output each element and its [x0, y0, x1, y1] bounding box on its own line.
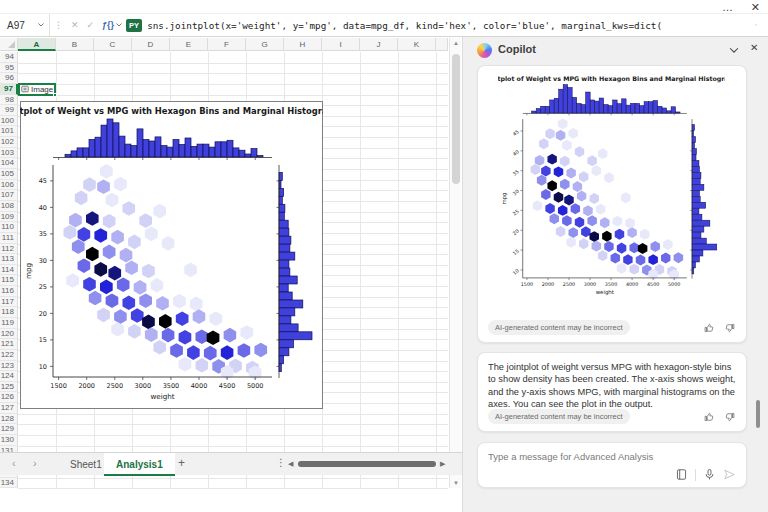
- thumbs-down-icon[interactable]: [724, 322, 736, 334]
- row-header-134[interactable]: 134: [0, 478, 18, 489]
- scroll-down-icon[interactable]: ▼: [450, 480, 462, 486]
- row-header-119[interactable]: 119: [0, 318, 18, 329]
- enter-icon[interactable]: ✓: [83, 20, 99, 30]
- vertical-scrollbar[interactable]: ▲ ▼: [449, 38, 461, 488]
- prev-sheet-icon[interactable]: ‹: [12, 457, 16, 469]
- column-header-E[interactable]: E: [170, 38, 208, 51]
- row-header-123[interactable]: 123: [0, 361, 18, 372]
- column-header-A[interactable]: A: [18, 38, 56, 51]
- grid-line: [18, 446, 448, 447]
- chevron-down-icon[interactable]: [115, 21, 123, 29]
- svg-text:25: 25: [39, 283, 47, 291]
- title-strip: … ✕: [0, 0, 768, 14]
- column-header-J[interactable]: J: [360, 38, 398, 51]
- sheet-tab-analysis1[interactable]: Analysis1: [104, 453, 175, 476]
- row-header-116[interactable]: 116: [0, 286, 18, 297]
- row-header-128[interactable]: 128: [0, 414, 18, 425]
- column-header-partial[interactable]: [436, 38, 448, 51]
- row-header-106[interactable]: 106: [0, 180, 18, 191]
- row-header-110[interactable]: 110: [0, 222, 18, 233]
- spreadsheet-grid[interactable]: ABCDEFGHIJK94959697989910010110210310410…: [0, 37, 462, 512]
- python-object-icon: [21, 85, 29, 93]
- row-header-101[interactable]: 101: [0, 126, 18, 137]
- column-header-H[interactable]: H: [284, 38, 322, 51]
- send-icon[interactable]: [723, 468, 736, 481]
- column-header-F[interactable]: F: [208, 38, 246, 51]
- column-header-C[interactable]: C: [94, 38, 132, 51]
- more-options-icon[interactable]: …: [722, 0, 734, 14]
- column-header-K[interactable]: K: [398, 38, 436, 51]
- jointplot-chart-image[interactable]: Jointplot of Weight vs MPG with Hexagon …: [20, 101, 323, 409]
- microphone-icon[interactable]: [703, 468, 716, 481]
- row-header-122[interactable]: 122: [0, 350, 18, 361]
- hscroll-right-icon[interactable]: ▶: [440, 460, 445, 468]
- row-header-118[interactable]: 118: [0, 307, 18, 318]
- svg-text:45: 45: [39, 177, 47, 185]
- row-header-117[interactable]: 117: [0, 297, 18, 308]
- formula-input[interactable]: sns.jointplot(x='weight', y='mpg', data=…: [147, 20, 744, 31]
- row-header-111[interactable]: 111: [0, 233, 18, 244]
- row-header-112[interactable]: 112: [0, 244, 18, 255]
- row-header-129[interactable]: 129: [0, 424, 18, 435]
- row-header-96[interactable]: 96: [0, 73, 18, 84]
- grid-line: [18, 478, 448, 479]
- row-header-109[interactable]: 109: [0, 212, 18, 223]
- row-header-100[interactable]: 100: [0, 116, 18, 127]
- window-close-icon[interactable]: ✕: [751, 0, 760, 14]
- vertical-scroll-thumb[interactable]: [452, 54, 460, 184]
- row-header-115[interactable]: 115: [0, 275, 18, 286]
- fill-handle[interactable]: [53, 93, 57, 97]
- thumbs-up-icon[interactable]: [703, 411, 715, 423]
- column-header-D[interactable]: D: [132, 38, 170, 51]
- row-header-105[interactable]: 105: [0, 169, 18, 180]
- row-header-108[interactable]: 108: [0, 201, 18, 212]
- row-header-103[interactable]: 103: [0, 148, 18, 159]
- svg-text:10: 10: [39, 363, 47, 371]
- row-header-124[interactable]: 124: [0, 371, 18, 382]
- svg-text:1500: 1500: [50, 382, 67, 390]
- chevron-down-icon: [37, 21, 45, 29]
- row-header-120[interactable]: 120: [0, 329, 18, 340]
- row-header-95[interactable]: 95: [0, 63, 18, 74]
- grid-line: [360, 52, 361, 488]
- select-all-corner[interactable]: [0, 38, 18, 51]
- copilot-message-input[interactable]: [478, 443, 746, 469]
- row-header-98[interactable]: 98: [0, 95, 18, 106]
- row-header-94[interactable]: 94: [0, 52, 18, 63]
- row-header-104[interactable]: 104: [0, 158, 18, 169]
- column-header-B[interactable]: B: [56, 38, 94, 51]
- name-box[interactable]: A97: [0, 14, 50, 36]
- horizontal-scroll-thumb[interactable]: [298, 461, 436, 467]
- row-header-113[interactable]: 113: [0, 254, 18, 265]
- column-header-I[interactable]: I: [322, 38, 360, 51]
- cancel-icon[interactable]: ✕: [67, 20, 83, 30]
- notebook-icon[interactable]: [675, 468, 688, 481]
- row-header-114[interactable]: 114: [0, 265, 18, 276]
- thumbs-down-icon[interactable]: [724, 411, 736, 423]
- thumbs-up-icon[interactable]: [703, 322, 715, 334]
- add-sheet-button[interactable]: +: [178, 456, 185, 470]
- row-header-102[interactable]: 102: [0, 137, 18, 148]
- copilot-scroll-thumb[interactable]: [756, 400, 760, 428]
- excel-window: … ✕ A97 ⋮ ✕ ✓ ƒ{} PY sns.jointplot(x='we…: [0, 0, 768, 512]
- row-header-99[interactable]: 99: [0, 105, 18, 116]
- row-header-125[interactable]: 125: [0, 382, 18, 393]
- tab-more-icon[interactable]: ⋮: [276, 457, 286, 468]
- next-sheet-icon[interactable]: ›: [33, 457, 37, 469]
- selected-cell-A97[interactable]: Image: [18, 83, 56, 96]
- python-function-icon[interactable]: ƒ{}: [98, 20, 115, 30]
- row-header-127[interactable]: 127: [0, 403, 18, 414]
- copilot-close-icon[interactable]: ✕: [750, 42, 758, 53]
- row-header-97[interactable]: 97: [0, 84, 18, 95]
- row-header-130[interactable]: 130: [0, 435, 18, 446]
- row-header-107[interactable]: 107: [0, 190, 18, 201]
- chevron-down-icon[interactable]: [727, 43, 741, 57]
- formula-bar-expand-icon[interactable]: [744, 21, 768, 29]
- svg-text:4000: 4000: [626, 281, 638, 287]
- row-header-121[interactable]: 121: [0, 339, 18, 350]
- column-header-G[interactable]: G: [246, 38, 284, 51]
- row-header-126[interactable]: 126: [0, 392, 18, 403]
- hscroll-left-icon[interactable]: ◀: [288, 460, 293, 468]
- scroll-up-icon[interactable]: ▲: [450, 40, 462, 46]
- copilot-chart-card: Jointplot of Weight vs MPG with Hexagon …: [477, 65, 747, 343]
